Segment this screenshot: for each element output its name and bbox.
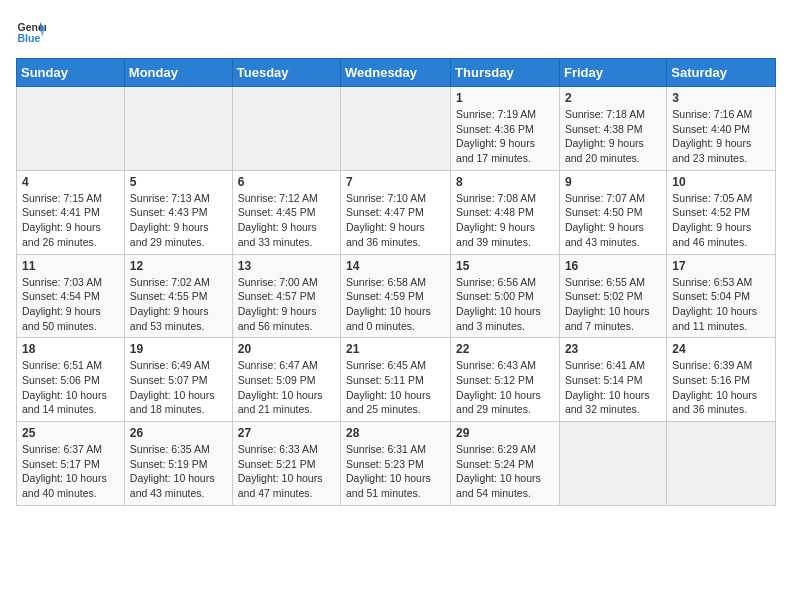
sunrise-time: Sunrise: 6:58 AM: [346, 276, 426, 288]
sunset-time: Sunset: 5:06 PM: [22, 374, 100, 386]
logo: General Blue: [16, 16, 46, 46]
svg-text:Blue: Blue: [18, 32, 41, 44]
sunset-time: Sunset: 4:47 PM: [346, 206, 424, 218]
calendar-week-2: 4 Sunrise: 7:15 AM Sunset: 4:41 PM Dayli…: [17, 170, 776, 254]
sunset-time: Sunset: 5:00 PM: [456, 290, 534, 302]
sunrise-time: Sunrise: 6:39 AM: [672, 359, 752, 371]
sunrise-time: Sunrise: 7:10 AM: [346, 192, 426, 204]
day-number: 13: [238, 259, 335, 273]
daylight-hours: Daylight: 10 hours and 36 minutes.: [672, 389, 757, 416]
day-number: 27: [238, 426, 335, 440]
calendar-cell: 22 Sunrise: 6:43 AM Sunset: 5:12 PM Dayl…: [451, 338, 560, 422]
day-number: 11: [22, 259, 119, 273]
daylight-hours: Daylight: 10 hours and 54 minutes.: [456, 472, 541, 499]
day-number: 2: [565, 91, 661, 105]
sunset-time: Sunset: 4:50 PM: [565, 206, 643, 218]
sunrise-time: Sunrise: 6:41 AM: [565, 359, 645, 371]
daylight-hours: Daylight: 9 hours and 50 minutes.: [22, 305, 101, 332]
calendar-cell: 21 Sunrise: 6:45 AM Sunset: 5:11 PM Dayl…: [341, 338, 451, 422]
sunset-time: Sunset: 4:45 PM: [238, 206, 316, 218]
calendar-cell: 7 Sunrise: 7:10 AM Sunset: 4:47 PM Dayli…: [341, 170, 451, 254]
sunset-time: Sunset: 5:04 PM: [672, 290, 750, 302]
sunrise-time: Sunrise: 6:56 AM: [456, 276, 536, 288]
day-number: 22: [456, 342, 554, 356]
day-number: 12: [130, 259, 227, 273]
day-number: 3: [672, 91, 770, 105]
sunrise-time: Sunrise: 6:37 AM: [22, 443, 102, 455]
sunset-time: Sunset: 5:09 PM: [238, 374, 316, 386]
day-info: Sunrise: 6:49 AM Sunset: 5:07 PM Dayligh…: [130, 358, 227, 417]
sunrise-time: Sunrise: 7:05 AM: [672, 192, 752, 204]
sunrise-time: Sunrise: 6:43 AM: [456, 359, 536, 371]
day-info: Sunrise: 7:19 AM Sunset: 4:36 PM Dayligh…: [456, 107, 554, 166]
day-info: Sunrise: 6:33 AM Sunset: 5:21 PM Dayligh…: [238, 442, 335, 501]
calendar-cell: 18 Sunrise: 6:51 AM Sunset: 5:06 PM Dayl…: [17, 338, 125, 422]
sunrise-time: Sunrise: 7:00 AM: [238, 276, 318, 288]
sunrise-time: Sunrise: 7:02 AM: [130, 276, 210, 288]
daylight-hours: Daylight: 9 hours and 39 minutes.: [456, 221, 535, 248]
daylight-hours: Daylight: 10 hours and 3 minutes.: [456, 305, 541, 332]
daylight-hours: Daylight: 10 hours and 47 minutes.: [238, 472, 323, 499]
calendar-cell: 27 Sunrise: 6:33 AM Sunset: 5:21 PM Dayl…: [232, 422, 340, 506]
day-number: 9: [565, 175, 661, 189]
sunrise-time: Sunrise: 6:53 AM: [672, 276, 752, 288]
weekday-header-friday: Friday: [559, 59, 666, 87]
sunset-time: Sunset: 5:23 PM: [346, 458, 424, 470]
day-number: 14: [346, 259, 445, 273]
sunrise-time: Sunrise: 6:29 AM: [456, 443, 536, 455]
calendar-cell: 3 Sunrise: 7:16 AM Sunset: 4:40 PM Dayli…: [667, 87, 776, 171]
day-info: Sunrise: 6:43 AM Sunset: 5:12 PM Dayligh…: [456, 358, 554, 417]
calendar-cell: 26 Sunrise: 6:35 AM Sunset: 5:19 PM Dayl…: [124, 422, 232, 506]
daylight-hours: Daylight: 10 hours and 25 minutes.: [346, 389, 431, 416]
day-number: 4: [22, 175, 119, 189]
weekday-header-sunday: Sunday: [17, 59, 125, 87]
svg-marker-3: [40, 30, 45, 38]
day-info: Sunrise: 7:12 AM Sunset: 4:45 PM Dayligh…: [238, 191, 335, 250]
sunrise-time: Sunrise: 7:03 AM: [22, 276, 102, 288]
calendar-week-3: 11 Sunrise: 7:03 AM Sunset: 4:54 PM Dayl…: [17, 254, 776, 338]
calendar-cell: 16 Sunrise: 6:55 AM Sunset: 5:02 PM Dayl…: [559, 254, 666, 338]
calendar-cell: 19 Sunrise: 6:49 AM Sunset: 5:07 PM Dayl…: [124, 338, 232, 422]
day-info: Sunrise: 6:37 AM Sunset: 5:17 PM Dayligh…: [22, 442, 119, 501]
sunrise-time: Sunrise: 7:13 AM: [130, 192, 210, 204]
day-info: Sunrise: 7:00 AM Sunset: 4:57 PM Dayligh…: [238, 275, 335, 334]
calendar-cell: 25 Sunrise: 6:37 AM Sunset: 5:17 PM Dayl…: [17, 422, 125, 506]
daylight-hours: Daylight: 10 hours and 29 minutes.: [456, 389, 541, 416]
day-info: Sunrise: 6:29 AM Sunset: 5:24 PM Dayligh…: [456, 442, 554, 501]
sunset-time: Sunset: 4:43 PM: [130, 206, 208, 218]
day-number: 7: [346, 175, 445, 189]
daylight-hours: Daylight: 9 hours and 53 minutes.: [130, 305, 209, 332]
calendar-cell: [124, 87, 232, 171]
daylight-hours: Daylight: 9 hours and 43 minutes.: [565, 221, 644, 248]
calendar-cell: [17, 87, 125, 171]
daylight-hours: Daylight: 10 hours and 14 minutes.: [22, 389, 107, 416]
sunrise-time: Sunrise: 7:16 AM: [672, 108, 752, 120]
calendar-week-5: 25 Sunrise: 6:37 AM Sunset: 5:17 PM Dayl…: [17, 422, 776, 506]
day-number: 17: [672, 259, 770, 273]
day-number: 23: [565, 342, 661, 356]
daylight-hours: Daylight: 9 hours and 36 minutes.: [346, 221, 425, 248]
sunrise-time: Sunrise: 6:35 AM: [130, 443, 210, 455]
day-number: 8: [456, 175, 554, 189]
sunset-time: Sunset: 5:07 PM: [130, 374, 208, 386]
calendar-cell: 17 Sunrise: 6:53 AM Sunset: 5:04 PM Dayl…: [667, 254, 776, 338]
sunrise-time: Sunrise: 7:15 AM: [22, 192, 102, 204]
day-info: Sunrise: 7:03 AM Sunset: 4:54 PM Dayligh…: [22, 275, 119, 334]
calendar-table: SundayMondayTuesdayWednesdayThursdayFrid…: [16, 58, 776, 506]
day-number: 16: [565, 259, 661, 273]
sunrise-time: Sunrise: 6:45 AM: [346, 359, 426, 371]
sunset-time: Sunset: 4:40 PM: [672, 123, 750, 135]
sunrise-time: Sunrise: 7:18 AM: [565, 108, 645, 120]
daylight-hours: Daylight: 10 hours and 40 minutes.: [22, 472, 107, 499]
day-info: Sunrise: 6:56 AM Sunset: 5:00 PM Dayligh…: [456, 275, 554, 334]
sunset-time: Sunset: 5:19 PM: [130, 458, 208, 470]
daylight-hours: Daylight: 9 hours and 20 minutes.: [565, 137, 644, 164]
sunset-time: Sunset: 5:16 PM: [672, 374, 750, 386]
daylight-hours: Daylight: 9 hours and 26 minutes.: [22, 221, 101, 248]
calendar-cell: [559, 422, 666, 506]
daylight-hours: Daylight: 9 hours and 17 minutes.: [456, 137, 535, 164]
day-info: Sunrise: 6:41 AM Sunset: 5:14 PM Dayligh…: [565, 358, 661, 417]
day-info: Sunrise: 6:55 AM Sunset: 5:02 PM Dayligh…: [565, 275, 661, 334]
day-info: Sunrise: 6:58 AM Sunset: 4:59 PM Dayligh…: [346, 275, 445, 334]
day-info: Sunrise: 6:35 AM Sunset: 5:19 PM Dayligh…: [130, 442, 227, 501]
